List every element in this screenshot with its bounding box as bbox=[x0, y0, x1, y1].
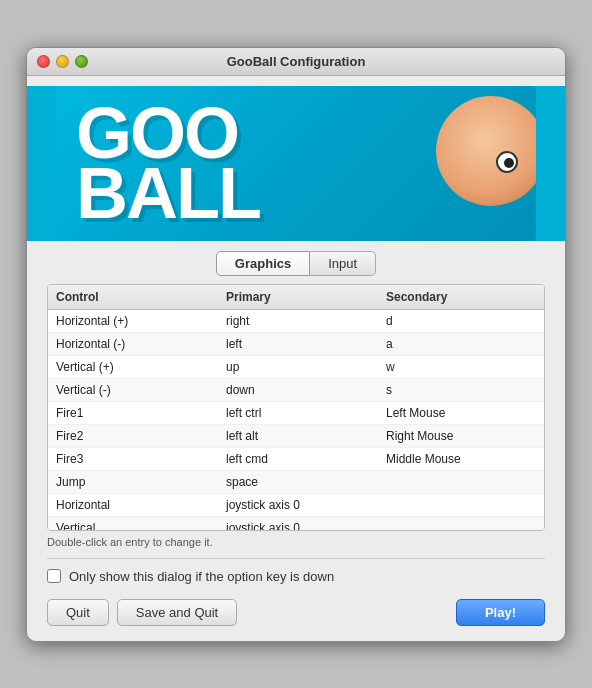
table-cell: Vertical bbox=[56, 519, 226, 530]
table-cell: Horizontal (+) bbox=[56, 312, 226, 330]
controls-table: Control Primary Secondary Horizontal (+)… bbox=[47, 284, 545, 531]
table-row[interactable]: Horizontal (+)rightd bbox=[48, 310, 544, 333]
header-primary: Primary bbox=[226, 288, 386, 306]
table-cell: up bbox=[226, 358, 386, 376]
table-row[interactable]: Verticaljoystick axis 0 bbox=[48, 517, 544, 530]
table-cell: Vertical (-) bbox=[56, 381, 226, 399]
table-cell: Fire1 bbox=[56, 404, 226, 422]
table-cell: joystick axis 0 bbox=[226, 519, 386, 530]
traffic-lights bbox=[37, 55, 88, 68]
minimize-button[interactable] bbox=[56, 55, 69, 68]
table-cell: s bbox=[386, 381, 536, 399]
table-cell: a bbox=[386, 335, 536, 353]
table-body: Horizontal (+)rightdHorizontal (-)leftaV… bbox=[48, 310, 544, 530]
tab-graphics[interactable]: Graphics bbox=[216, 251, 310, 276]
table-row[interactable]: Vertical (+)upw bbox=[48, 356, 544, 379]
table-header: Control Primary Secondary bbox=[48, 285, 544, 310]
checkbox-row: Only show this dialog if the option key … bbox=[47, 569, 545, 584]
hint-text: Double-click an entry to change it. bbox=[47, 536, 545, 548]
banner-inner: GOO BALL bbox=[56, 86, 536, 241]
table-cell: left ctrl bbox=[226, 404, 386, 422]
table-cell: d bbox=[386, 312, 536, 330]
title-bar: GooBall Configuration bbox=[27, 48, 565, 76]
close-button[interactable] bbox=[37, 55, 50, 68]
window-title: GooBall Configuration bbox=[227, 54, 366, 69]
header-secondary: Secondary bbox=[386, 288, 536, 306]
content-area: Graphics Input Control Primary Secondary… bbox=[27, 251, 565, 641]
ball-text: BALL bbox=[76, 161, 260, 226]
maximize-button[interactable] bbox=[75, 55, 88, 68]
table-row[interactable]: Fire1left ctrlLeft Mouse bbox=[48, 402, 544, 425]
table-cell bbox=[386, 496, 536, 514]
table-cell: Left Mouse bbox=[386, 404, 536, 422]
table-cell: Horizontal bbox=[56, 496, 226, 514]
table-cell: Jump bbox=[56, 473, 226, 491]
option-key-checkbox[interactable] bbox=[47, 569, 61, 583]
checkbox-label: Only show this dialog if the option key … bbox=[69, 569, 334, 584]
table-cell: w bbox=[386, 358, 536, 376]
main-window: GooBall Configuration GOO BALL Graphics … bbox=[26, 47, 566, 642]
table-cell: down bbox=[226, 381, 386, 399]
header-control: Control bbox=[56, 288, 226, 306]
table-row[interactable]: Vertical (-)downs bbox=[48, 379, 544, 402]
banner: GOO BALL bbox=[27, 86, 565, 241]
table-cell: Vertical (+) bbox=[56, 358, 226, 376]
table-cell: right bbox=[226, 312, 386, 330]
creature-pupil bbox=[504, 158, 514, 168]
creature-eye bbox=[496, 151, 518, 173]
tab-input[interactable]: Input bbox=[310, 251, 376, 276]
table-cell: space bbox=[226, 473, 386, 491]
quit-button[interactable]: Quit bbox=[47, 599, 109, 626]
table-cell bbox=[386, 473, 536, 491]
table-row[interactable]: Fire3left cmdMiddle Mouse bbox=[48, 448, 544, 471]
table-cell: left cmd bbox=[226, 450, 386, 468]
buttons-row: Quit Save and Quit Play! bbox=[47, 599, 545, 626]
creature-head bbox=[436, 96, 536, 206]
table-cell: left alt bbox=[226, 427, 386, 445]
table-row[interactable]: Horizontaljoystick axis 0 bbox=[48, 494, 544, 517]
tabs-container: Graphics Input bbox=[47, 251, 545, 276]
table-cell bbox=[386, 519, 536, 530]
play-button[interactable]: Play! bbox=[456, 599, 545, 626]
table-cell: left bbox=[226, 335, 386, 353]
table-cell: Fire2 bbox=[56, 427, 226, 445]
table-row[interactable]: Horizontal (-)lefta bbox=[48, 333, 544, 356]
save-and-quit-button[interactable]: Save and Quit bbox=[117, 599, 237, 626]
table-cell: Middle Mouse bbox=[386, 450, 536, 468]
table-row[interactable]: Fire2left altRight Mouse bbox=[48, 425, 544, 448]
divider bbox=[47, 558, 545, 559]
table-row[interactable]: Jumpspace bbox=[48, 471, 544, 494]
creature bbox=[416, 86, 536, 241]
table-cell: Horizontal (-) bbox=[56, 335, 226, 353]
table-cell: Right Mouse bbox=[386, 427, 536, 445]
table-cell: joystick axis 0 bbox=[226, 496, 386, 514]
table-cell: Fire3 bbox=[56, 450, 226, 468]
